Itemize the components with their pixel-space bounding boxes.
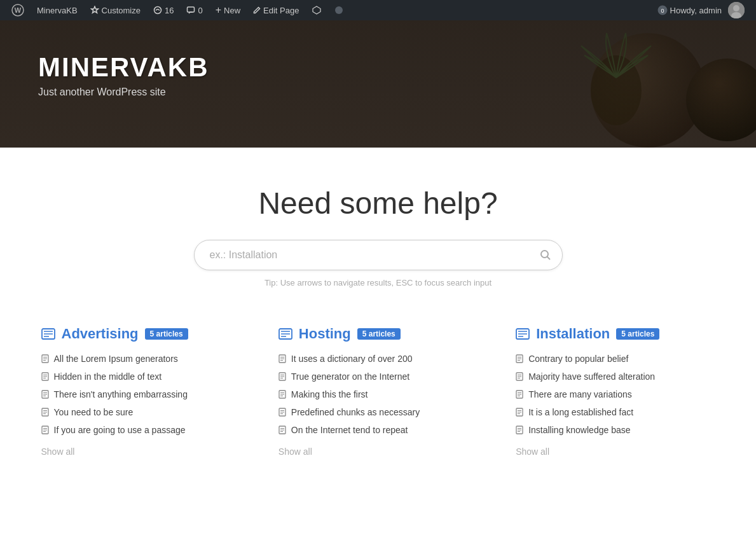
plugin-icon2-item[interactable] [328, 0, 350, 20]
list-item: Making this the first [278, 389, 478, 401]
show-all-advertising[interactable]: Show all [41, 447, 240, 457]
article-link[interactable]: Contrary to popular belief [528, 354, 628, 364]
admin-bar-right: 0 Howdy, admin [651, 0, 751, 20]
svg-point-5 [335, 6, 343, 14]
comments-count: 0 [198, 6, 202, 15]
article-doc-icon [41, 372, 49, 383]
article-doc-icon [41, 354, 49, 365]
article-doc-icon [516, 390, 523, 401]
admin-bar: W MinervaKB Customize 16 0 + New Edit Pa… [0, 0, 756, 20]
comments-item[interactable]: 0 [180, 0, 209, 20]
updates-item[interactable]: 16 [147, 0, 180, 20]
svg-text:0: 0 [661, 8, 664, 14]
article-doc-icon [516, 426, 523, 436]
list-item: It is a long established fact [516, 407, 715, 419]
list-item: Contrary to popular belief [516, 354, 715, 365]
categories-grid: Advertising5 articles All the Lorem Ipsu… [29, 326, 728, 457]
category-title-hosting[interactable]: Hosting [299, 326, 351, 342]
plugin2-icon [334, 6, 343, 15]
article-link[interactable]: On the Internet tend to repeat [291, 425, 408, 435]
customize-item[interactable]: Customize [84, 0, 147, 20]
avatar [728, 2, 745, 18]
list-item: Predefined chunks as necessary [278, 407, 478, 419]
search-container [194, 240, 563, 270]
new-label: New [224, 6, 240, 15]
category-section-advertising: Advertising5 articles All the Lorem Ipsu… [41, 326, 240, 457]
article-link[interactable]: Installing knowledge base [528, 425, 630, 435]
article-doc-icon [41, 426, 49, 436]
svg-point-2 [155, 7, 162, 14]
articles-badge-installation: 5 articles [616, 328, 659, 340]
customize-icon [90, 6, 99, 15]
article-list-hosting: It uses a dictionary of over 200 True ge… [278, 354, 478, 436]
svg-rect-3 [188, 7, 195, 12]
header-text-block: MINERVAKB Just another WordPress site [0, 20, 756, 98]
article-link[interactable]: It uses a dictionary of over 200 [291, 354, 413, 364]
search-input[interactable] [194, 240, 563, 270]
comments-icon [186, 6, 195, 15]
show-all-installation[interactable]: Show all [516, 447, 715, 457]
svg-point-12 [541, 251, 548, 258]
site-header: MINERVAKB Just another WordPress site [0, 20, 756, 148]
article-doc-icon [278, 354, 286, 365]
list-item: All the Lorem Ipsum generators [41, 354, 240, 365]
wp-logo-menu[interactable]: W [5, 0, 31, 20]
category-icon-installation [516, 328, 530, 340]
user-icon: 0 [657, 5, 668, 15]
plugin-icon1-item[interactable] [305, 0, 328, 20]
article-link[interactable]: Predefined chunks as necessary [291, 407, 420, 417]
category-header-advertising: Advertising5 articles [41, 326, 240, 342]
new-item[interactable]: + New [209, 0, 247, 20]
category-icon-advertising [41, 328, 55, 340]
article-link[interactable]: True generator on the Internet [291, 371, 409, 382]
svg-point-9 [733, 5, 739, 11]
help-heading: Need some help? [13, 186, 743, 221]
article-link[interactable]: All the Lorem Ipsum generators [54, 354, 178, 364]
article-link[interactable]: You need to be sure [54, 407, 134, 417]
article-link[interactable]: There isn't anything embarrassing [54, 389, 188, 399]
category-header-hosting: Hosting5 articles [278, 326, 478, 342]
article-doc-icon [278, 408, 286, 419]
articles-badge-advertising: 5 articles [145, 328, 188, 340]
svg-text:W: W [15, 6, 22, 14]
category-section-hosting: Hosting5 articles It uses a dictionary o… [278, 326, 478, 457]
howdy-label: Howdy, admin [670, 6, 722, 15]
plugin1-icon [312, 5, 322, 15]
site-name-label: MinervaKB [37, 6, 78, 15]
article-link[interactable]: Majority have suffered alteration [528, 371, 655, 382]
new-plus-icon: + [216, 4, 221, 16]
list-item: Installing knowledge base [516, 425, 715, 436]
category-title-advertising[interactable]: Advertising [62, 326, 139, 342]
howdy-item[interactable]: 0 Howdy, admin [651, 0, 751, 20]
article-link[interactable]: Hidden in the middle of text [54, 371, 162, 382]
main-content: Need some help? Tip: Use arrows to navig… [0, 148, 756, 508]
updates-count: 16 [165, 6, 174, 15]
list-item: If you are going to use a passage [41, 425, 240, 436]
article-link[interactable]: There are many variations [528, 389, 632, 399]
article-list-installation: Contrary to popular belief Majority have… [516, 354, 715, 436]
category-section-installation: Installation5 articles Contrary to popul… [516, 326, 715, 457]
article-link[interactable]: It is a long established fact [528, 407, 633, 417]
edit-icon [253, 6, 261, 14]
edit-page-item[interactable]: Edit Page [247, 0, 305, 20]
article-doc-icon [41, 408, 49, 419]
article-list-advertising: All the Lorem Ipsum generators Hidden in… [41, 354, 240, 436]
category-header-installation: Installation5 articles [516, 326, 715, 342]
category-title-installation[interactable]: Installation [536, 326, 610, 342]
svg-line-13 [547, 257, 550, 260]
list-item: On the Internet tend to repeat [278, 425, 478, 436]
edit-page-label: Edit Page [263, 6, 299, 15]
search-submit-button[interactable] [540, 249, 551, 261]
article-doc-icon [516, 372, 523, 383]
article-doc-icon [278, 372, 286, 383]
articles-badge-hosting: 5 articles [357, 328, 401, 340]
article-link[interactable]: If you are going to use a passage [54, 425, 186, 435]
list-item: Majority have suffered alteration [516, 371, 715, 383]
site-name-item[interactable]: MinervaKB [31, 0, 84, 20]
list-item: You need to be sure [41, 407, 240, 419]
article-doc-icon [278, 426, 286, 436]
site-tagline: Just another WordPress site [38, 87, 756, 98]
category-icon-hosting [278, 328, 292, 340]
article-link[interactable]: Making this the first [291, 389, 368, 399]
show-all-hosting[interactable]: Show all [278, 447, 478, 457]
